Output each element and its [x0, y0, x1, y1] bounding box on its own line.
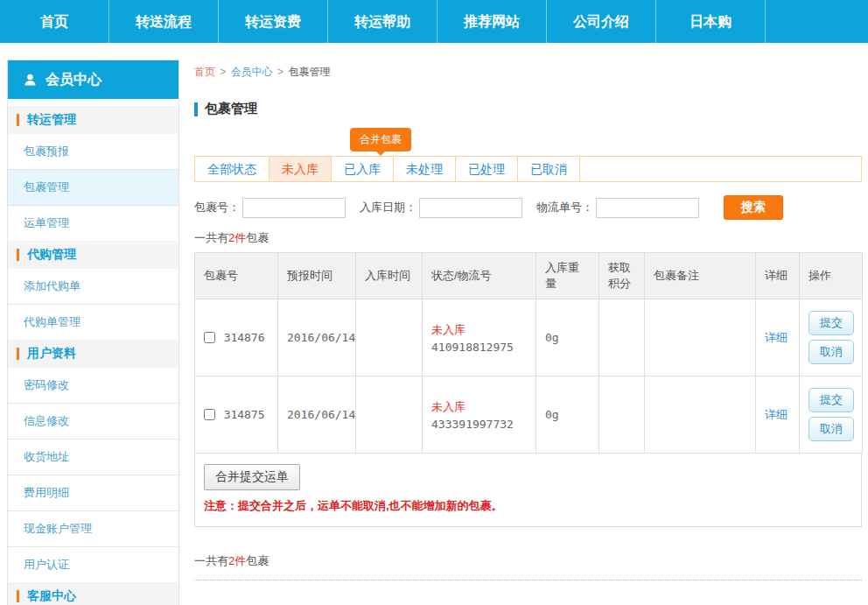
- breadcrumb-separator: >: [220, 66, 226, 78]
- package-count-summary: 一共有2件包裹: [194, 230, 862, 246]
- summary-suffix: 包裹: [246, 554, 269, 567]
- nav-item-forwarding-fees[interactable]: 转运资费: [219, 0, 328, 43]
- header-inbound-weight: 入库重量: [536, 253, 599, 299]
- row-checkbox[interactable]: [204, 409, 215, 420]
- merge-warning-note: 注意：提交合并之后，运单不能取消,也不能增加新的包裹。: [204, 498, 852, 514]
- summary-suffix: 包裹: [246, 231, 269, 244]
- nav-item-home[interactable]: 首页: [0, 0, 109, 43]
- header-detail: 详细: [756, 253, 800, 299]
- forecast-time: 2016/06/14: [278, 376, 356, 454]
- tab-cancelled[interactable]: 已取消: [518, 157, 580, 181]
- sidebar-item-edit-info[interactable]: 信息修改: [8, 404, 178, 440]
- content-area: 首页 > 会员中心 > 包裹管理 包裹管理 合并包裹 全部状态 未入库 已入库 …: [194, 60, 862, 580]
- package-table: 包裹号 预报时间 入库时间 状态/物流号 入库重量 获取积分 包裹备注 详细 操…: [194, 252, 863, 454]
- points: [599, 299, 645, 376]
- detail-link[interactable]: 详细: [765, 331, 788, 344]
- sidebar-section-forwarding: 转运管理: [8, 106, 178, 134]
- header-points: 获取积分: [599, 253, 645, 299]
- sidebar-item-package-forecast[interactable]: 包裹预报: [8, 134, 178, 170]
- package-no: 314875: [224, 408, 265, 421]
- package-count-summary-bottom: 一共有2件包裹: [194, 553, 862, 569]
- sidebar-group-service: 客服中心 客服咨询 帮助: [8, 582, 178, 605]
- sidebar-item-shipping-address[interactable]: 收货地址: [8, 440, 178, 475]
- status-badge: 未入库: [431, 322, 527, 338]
- header-package-no: 包裹号: [195, 253, 278, 299]
- nav-item-forwarding-help[interactable]: 转运帮助: [328, 0, 438, 43]
- status-tab-bar: 全部状态 未入库 已入库 未处理 已处理 已取消: [194, 156, 862, 182]
- sidebar-item-add-purchase-order[interactable]: 添加代购单: [8, 269, 178, 305]
- sidebar-header: 会员中心: [8, 60, 178, 99]
- sidebar-item-cash-account[interactable]: 现金账户管理: [8, 511, 178, 547]
- breadcrumb-current: 包裹管理: [288, 66, 330, 78]
- header-status-tracking: 状态/物流号: [423, 253, 536, 299]
- nav-item-japan-shopping[interactable]: 日本购: [656, 0, 766, 43]
- section-label: 代购管理: [27, 247, 76, 263]
- cancel-button[interactable]: 取消: [808, 340, 854, 364]
- tab-not-in-warehouse[interactable]: 未入库: [270, 157, 332, 181]
- tracking-no-label: 物流单号：: [536, 200, 593, 215]
- header-remark: 包裹备注: [645, 253, 756, 299]
- tab-unprocessed[interactable]: 未处理: [394, 157, 456, 181]
- main-layout: 会员中心 转运管理 包裹预报 包裹管理 运单管理 代购管理 添加代购单 代购单管…: [0, 43, 868, 605]
- sidebar-item-purchase-order-management[interactable]: 代购单管理: [8, 305, 178, 340]
- page-title: 包裹管理: [194, 101, 862, 117]
- status-badge: 未入库: [431, 399, 527, 415]
- remark: [645, 299, 756, 376]
- summary-count: 2件: [228, 554, 246, 567]
- sidebar-item-package-management[interactable]: 包裹管理: [8, 170, 178, 206]
- header-forecast-time: 预报时间: [278, 253, 356, 299]
- tracking-no-input[interactable]: [596, 198, 699, 218]
- inbound-weight: 0g: [536, 376, 599, 454]
- forecast-time: 2016/06/14: [278, 299, 356, 376]
- package-no-input[interactable]: [242, 198, 346, 218]
- dotted-divider: [194, 580, 862, 580]
- breadcrumb-member-center[interactable]: 会员中心: [231, 66, 273, 78]
- tab-in-warehouse[interactable]: 已入库: [332, 157, 394, 181]
- section-label: 客服中心: [27, 588, 76, 604]
- submit-button[interactable]: 提交: [808, 388, 854, 412]
- nav-item-company-intro[interactable]: 公司介绍: [547, 0, 656, 43]
- sidebar-item-waybill-management[interactable]: 运单管理: [8, 206, 178, 241]
- inbound-time: [356, 299, 423, 376]
- breadcrumb-separator: >: [277, 66, 284, 78]
- sidebar-item-change-password[interactable]: 密码修改: [8, 368, 178, 404]
- table-header-row: 包裹号 预报时间 入库时间 状态/物流号 入库重量 获取积分 包裹备注 详细 操…: [195, 253, 863, 299]
- section-marker: [17, 590, 19, 602]
- tracking-number: 433391997732: [431, 418, 527, 431]
- sidebar-section-service: 客服中心: [8, 582, 178, 605]
- sidebar-section-profile: 用户资料: [8, 340, 178, 368]
- tab-bar-filler: [580, 157, 861, 181]
- table-row: 314875 2016/06/14 未入库 433391997732 0g 详细…: [195, 376, 863, 454]
- table-footer: 合并提交运单 注意：提交合并之后，运单不能取消,也不能增加新的包裹。: [194, 454, 862, 527]
- header-inbound-time: 入库时间: [356, 253, 423, 299]
- merge-package-tag[interactable]: 合并包裹: [350, 128, 411, 151]
- cancel-button[interactable]: 取消: [808, 417, 854, 441]
- merge-submit-waybill-button[interactable]: 合并提交运单: [204, 464, 300, 490]
- sidebar: 会员中心 转运管理 包裹预报 包裹管理 运单管理 代购管理 添加代购单 代购单管…: [7, 60, 179, 605]
- sidebar-group-profile: 用户资料 密码修改 信息修改 收货地址 费用明细 现金账户管理 用户认证: [8, 340, 178, 582]
- tab-all-status[interactable]: 全部状态: [195, 157, 270, 181]
- search-button[interactable]: 搜索: [724, 195, 783, 220]
- title-marker: [194, 102, 198, 116]
- row-checkbox[interactable]: [204, 332, 215, 343]
- top-nav: 首页 转送流程 转运资费 转运帮助 推荐网站 公司介绍 日本购: [0, 0, 868, 43]
- tab-processed[interactable]: 已处理: [456, 157, 518, 181]
- sidebar-item-user-verification[interactable]: 用户认证: [8, 547, 178, 582]
- user-icon: [23, 73, 38, 88]
- sidebar-item-fee-details[interactable]: 费用明细: [8, 475, 178, 511]
- inbound-date-input[interactable]: [419, 198, 522, 218]
- status-cell: 未入库 433391997732: [423, 376, 536, 454]
- nav-item-recommended-sites[interactable]: 推荐网站: [438, 0, 547, 43]
- submit-button[interactable]: 提交: [808, 311, 854, 335]
- nav-item-forwarding-process[interactable]: 转送流程: [109, 0, 219, 43]
- inbound-time: [356, 376, 423, 454]
- header-actions: 操作: [800, 253, 863, 299]
- breadcrumb-home[interactable]: 首页: [194, 66, 215, 78]
- detail-link[interactable]: 详细: [765, 408, 788, 421]
- summary-prefix: 一共有: [194, 231, 228, 244]
- breadcrumb: 首页 > 会员中心 > 包裹管理: [194, 65, 862, 80]
- sidebar-section-purchasing: 代购管理: [8, 241, 178, 269]
- page-title-text: 包裹管理: [205, 101, 257, 117]
- tracking-number: 410918812975: [431, 341, 527, 354]
- package-no-label: 包裹号：: [194, 200, 240, 215]
